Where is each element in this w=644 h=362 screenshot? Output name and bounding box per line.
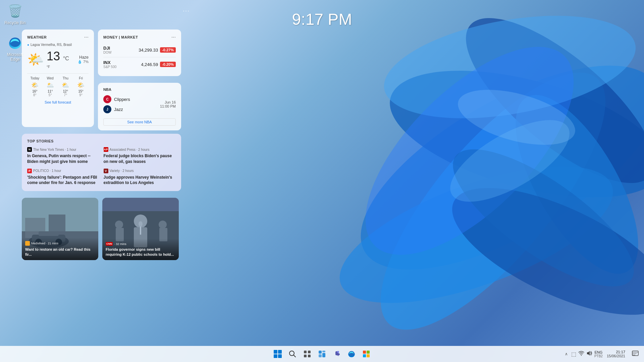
- store-button[interactable]: [360, 347, 373, 361]
- forecast-row: Today 🌤️ 16°8° Wed 🌥️ 11°5° Thu ⛅ 12°7° …: [27, 73, 89, 97]
- news-card-0[interactable]: Mediafeed · 21 mins Want to restore an o…: [22, 198, 98, 260]
- taskbar-right: ∧ ⬚ ENG PTB2 21:17: [564, 348, 644, 360]
- edge-label: MicrosoftEdge: [7, 52, 23, 62]
- svg-point-50: [581, 355, 582, 356]
- widgets-panel: WEATHER ··· ● Lagoa Vermelha, RS, Brasil…: [22, 29, 181, 191]
- clock-date: 15/06/2021: [607, 354, 625, 358]
- story-headline-2: 'Shocking failure': Pentagon and FBI com…: [27, 175, 100, 186]
- market-menu-btn[interactable]: ···: [171, 34, 176, 40]
- news-card-headline-1: Florida governor signs new bill requirin…: [106, 247, 175, 257]
- story-source-1: Associated Press · 2 hours: [110, 148, 150, 152]
- win11-logo: [274, 350, 282, 358]
- notification-center-btn[interactable]: [629, 348, 641, 360]
- widgets-button[interactable]: [315, 347, 329, 361]
- market-title: MONEY | MARKET: [103, 35, 138, 39]
- market-badge-dji: -0.27%: [160, 47, 176, 53]
- story-item-0[interactable]: N The New York Times · 1 hour In Geneva,…: [27, 147, 100, 165]
- svg-point-11: [452, 79, 581, 156]
- volume-icon[interactable]: [586, 350, 592, 358]
- forecast-fri: Fri 🌤️ 15°9°: [73, 76, 89, 97]
- svg-rect-37: [304, 355, 307, 357]
- widget-panel-dots[interactable]: ···: [183, 7, 190, 14]
- clock-display[interactable]: 21:17 15/06/2021: [605, 350, 627, 358]
- svg-point-28: [139, 221, 143, 227]
- news-card-overlay-0: Mediafeed · 21 mins Want to restore an o…: [22, 238, 98, 260]
- svg-point-9: [434, 126, 644, 309]
- nyt-logo: N: [27, 147, 32, 152]
- weather-condition-area: Haze 💧 7%: [77, 55, 89, 64]
- task-view-button[interactable]: [301, 347, 314, 361]
- svg-point-43: [337, 351, 339, 353]
- story-headline-1: Federal judge blocks Biden's pause on ne…: [104, 153, 176, 165]
- nba-widget: NBA C Clippers J Jazz Jun 16: [98, 83, 181, 130]
- edge-image: [7, 35, 23, 51]
- weather-title: WEATHER: [27, 35, 47, 39]
- market-widget: MONEY | MARKET ··· DJI DOW 34,299.33 -0.…: [98, 29, 181, 76]
- svg-rect-48: [363, 354, 366, 357]
- language-display[interactable]: ENG PTB2: [594, 350, 603, 358]
- wifi-icon[interactable]: [578, 350, 584, 358]
- svg-point-31: [159, 221, 167, 229]
- news-card-1[interactable]: CNN · 32 mins Florida governor signs new…: [102, 198, 179, 260]
- teams-button[interactable]: [330, 347, 343, 361]
- market-row-dji: DJI DOW 34,299.33 -0.27%: [103, 43, 176, 57]
- news-cards-container: Mediafeed · 21 mins Want to restore an o…: [22, 198, 179, 260]
- weather-icon: 🌤️: [27, 52, 44, 67]
- svg-rect-46: [363, 351, 366, 354]
- svg-point-7: [435, 162, 644, 340]
- story-item-3[interactable]: V Variety · 2 hours Judge approves Harve…: [104, 169, 176, 186]
- see-more-nba-btn[interactable]: See more NBA: [103, 118, 176, 126]
- story-headline-0: In Geneva, Putin wants respect -- Biden …: [27, 153, 100, 165]
- politico-logo: P: [27, 169, 32, 173]
- nba-team-jazz: J Jazz: [103, 104, 160, 114]
- svg-rect-40: [322, 351, 325, 352]
- svg-rect-41: [322, 353, 325, 357]
- svg-point-29: [115, 221, 123, 229]
- svg-point-1: [377, 46, 644, 223]
- svg-point-3: [442, 0, 644, 209]
- svg-rect-39: [319, 351, 322, 354]
- forecast-wed: Wed 🌥️ 11°5°: [43, 76, 58, 97]
- svg-rect-42: [319, 354, 322, 357]
- svg-point-2: [346, 41, 640, 361]
- market-badge-inx: -0.20%: [160, 62, 176, 67]
- mediafeed-logo: [25, 241, 30, 246]
- search-button[interactable]: [286, 347, 299, 361]
- show-hidden-icons-btn[interactable]: ∧: [564, 350, 569, 358]
- cnn-logo: CNN: [106, 242, 113, 246]
- nba-team-clippers: C Clippers: [103, 94, 160, 104]
- svg-rect-38: [308, 355, 311, 357]
- story-item-2[interactable]: P POLITICO · 1 hour 'Shocking failure': …: [27, 169, 100, 186]
- time-display: 9:17 PM: [0, 10, 644, 28]
- story-source-3: Variety · 2 hours: [110, 169, 134, 173]
- story-source-0: The New York Times · 1 hour: [33, 148, 76, 152]
- taskbar: ∧ ⬚ ENG PTB2 21:17: [0, 346, 644, 362]
- tablet-icon[interactable]: ⬚: [571, 351, 576, 357]
- weather-menu-btn[interactable]: ···: [84, 34, 89, 40]
- weather-temp: 13: [47, 49, 60, 63]
- news-card-headline-0: Want to restore an old car? Read this fi…: [25, 247, 95, 257]
- edge-taskbar-button[interactable]: [345, 347, 358, 361]
- weather-widget: WEATHER ··· ● Lagoa Vermelha, RS, Brasil…: [22, 29, 94, 127]
- clock-time: 21:17: [607, 350, 625, 354]
- forecast-thu: Thu ⛅ 12°7°: [58, 76, 73, 97]
- svg-rect-20: [39, 231, 59, 236]
- market-row-inx: INX S&P 500 4,246.59 -0.20%: [103, 57, 176, 71]
- svg-point-4: [324, 138, 629, 331]
- svg-point-8: [332, 13, 607, 288]
- svg-marker-51: [587, 351, 590, 356]
- stories-grid: N The New York Times · 1 hour In Geneva,…: [27, 147, 176, 186]
- svg-rect-35: [304, 351, 307, 353]
- svg-point-0: [331, 26, 644, 309]
- weather-location: ● Lagoa Vermelha, RS, Brasil: [27, 43, 89, 47]
- svg-rect-36: [308, 351, 311, 353]
- svg-point-5: [492, 77, 644, 292]
- story-headline-3: Judge approves Harvey Weinstein's extrad…: [104, 175, 176, 186]
- svg-rect-49: [367, 354, 370, 357]
- forecast-today: Today 🌤️ 16°8°: [27, 76, 43, 97]
- top-stories-title: TOP STORIES: [27, 139, 176, 143]
- svg-rect-47: [367, 351, 370, 354]
- start-button[interactable]: [271, 347, 284, 361]
- story-item-1[interactable]: AP Associated Press · 2 hours Federal ju…: [104, 147, 176, 165]
- see-forecast-link[interactable]: See full forecast: [27, 100, 89, 104]
